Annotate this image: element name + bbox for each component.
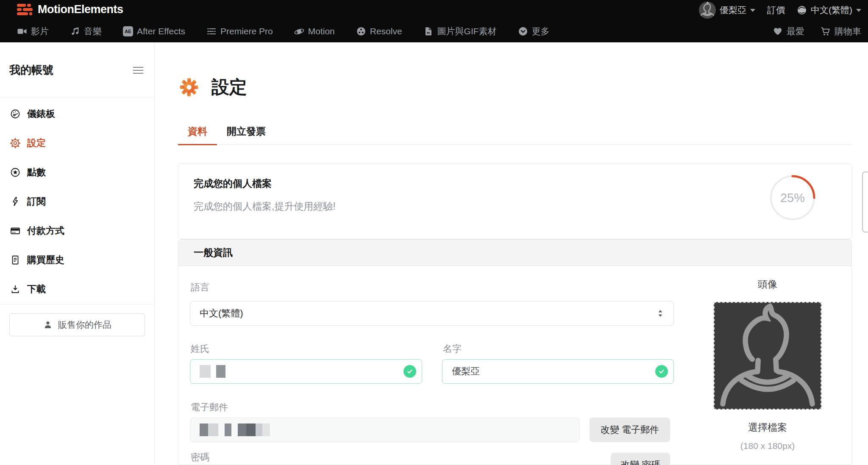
brand-logo[interactable]: MotionElements xyxy=(17,3,123,16)
sidebar-collapse-button[interactable] xyxy=(133,67,143,74)
settings-tabs: 資料 開立發票 xyxy=(178,125,852,145)
user-menu[interactable]: 優梨亞 xyxy=(699,2,755,19)
cart-icon xyxy=(821,26,831,36)
redacted-email xyxy=(190,418,579,442)
top-header: MotionElements 優梨亞 xyxy=(0,0,868,42)
avatar-size-hint: (180 x 180px) xyxy=(714,441,821,451)
profile-completion-subtitle: 完成您的個人檔案,提升使用經驗! xyxy=(194,200,336,213)
sidebar-item-purchase-history[interactable]: 購買歷史 xyxy=(0,245,154,274)
resolve-icon xyxy=(356,26,366,36)
first-name-label: 名字 xyxy=(443,343,462,355)
image-file-icon xyxy=(423,26,434,36)
section-header: 一般資訊 xyxy=(178,240,851,266)
sidebar-item-credits[interactable]: 點數 xyxy=(0,158,154,187)
brand-name: MotionElements xyxy=(38,3,123,16)
settings-gear-icon xyxy=(179,78,199,97)
music-note-icon xyxy=(70,26,80,36)
nav-resolve[interactable]: Resolve xyxy=(356,26,402,36)
user-name: 優梨亞 xyxy=(720,4,746,16)
language-field-label: 語言 xyxy=(191,281,209,294)
nav-premiere-pro[interactable]: Premiere Pro xyxy=(206,26,273,36)
sidebar-item-settings[interactable]: 設定 xyxy=(0,128,154,158)
general-info-card: 一般資訊 語言 中文(繁體) 姓氏 名字 xyxy=(178,239,852,465)
redacted-last-name xyxy=(190,360,422,383)
avatar-label: 頭像 xyxy=(714,278,821,291)
receipt-icon xyxy=(10,255,20,265)
cart-link[interactable]: 購物車 xyxy=(821,25,861,37)
language-label: 中文(繁體) xyxy=(811,4,852,16)
choose-file-button[interactable]: 選擇檔案 xyxy=(714,421,821,434)
email-field xyxy=(190,418,580,442)
nav-more[interactable]: 更多 xyxy=(518,25,550,37)
after-effects-icon: AE xyxy=(123,26,133,36)
nav-video[interactable]: 影片 xyxy=(17,25,49,37)
avatar-upload-box[interactable] xyxy=(714,302,821,410)
language-select[interactable]: 中文(繁體) xyxy=(190,301,674,326)
change-password-button[interactable]: 改變 密碼 xyxy=(611,453,670,465)
vertical-scrollbar-thumb[interactable] xyxy=(862,172,868,233)
favorites-link[interactable]: 最愛 xyxy=(773,25,804,37)
first-name-input[interactable] xyxy=(442,360,673,383)
valid-check-icon xyxy=(403,365,416,378)
account-sidebar: 我的帳號 儀錶板 xyxy=(0,42,155,465)
sidebar-header: 我的帳號 xyxy=(0,42,154,98)
chevron-down-icon xyxy=(750,9,755,12)
email-label: 電子郵件 xyxy=(191,401,228,414)
star-circle-icon xyxy=(10,167,20,177)
nav-music[interactable]: 音樂 xyxy=(70,25,102,37)
avatar-placeholder-silhouette xyxy=(715,303,821,409)
globe-icon xyxy=(797,5,807,15)
sidebar-item-payment-methods[interactable]: 付款方式 xyxy=(0,216,154,245)
person-icon xyxy=(43,320,53,330)
sidebar-title: 我的帳號 xyxy=(9,63,53,78)
valid-check-icon xyxy=(655,365,668,378)
motion-orbit-icon xyxy=(294,26,304,36)
first-name-field[interactable] xyxy=(442,359,674,384)
premiere-pro-icon xyxy=(206,26,217,36)
sidebar-item-downloads[interactable]: 下載 xyxy=(0,274,154,304)
page-title: 設定 xyxy=(211,75,247,99)
password-label: 密碼 xyxy=(191,451,209,464)
sidebar-divider xyxy=(0,304,154,304)
nav-images-gif[interactable]: 圖片與GIF素材 xyxy=(423,25,497,37)
progress-percent-label: 25% xyxy=(769,174,816,221)
change-email-button[interactable]: 改變 電子郵件 xyxy=(590,418,670,442)
profile-completion-card: 完成您的個人檔案 完成您的個人檔案,提升使用經驗! 25% xyxy=(178,163,852,239)
gear-icon xyxy=(10,138,20,148)
chevron-down-icon xyxy=(856,9,861,12)
more-chevron-circle-icon xyxy=(518,26,528,36)
nav-motion[interactable]: Motion xyxy=(294,26,335,36)
video-camera-icon xyxy=(17,26,27,36)
pricing-label: 訂價 xyxy=(767,4,785,16)
download-icon xyxy=(10,284,20,294)
heart-icon xyxy=(773,26,783,36)
select-arrows-icon xyxy=(657,309,664,318)
nav-after-effects[interactable]: AE After Effects xyxy=(123,26,185,36)
sidebar-item-subscription[interactable]: 訂閱 xyxy=(0,187,154,216)
sidebar-item-dashboard[interactable]: 儀錶板 xyxy=(0,99,154,128)
motionelements-logo-icon xyxy=(17,4,33,15)
language-selector[interactable]: 中文(繁體) xyxy=(797,4,861,16)
dashboard-gauge-icon xyxy=(10,109,20,119)
last-name-field[interactable] xyxy=(190,359,422,384)
tab-invoicing[interactable]: 開立發票 xyxy=(217,125,275,144)
credit-card-icon xyxy=(10,226,20,236)
profile-completion-title: 完成您的個人檔案 xyxy=(194,177,272,190)
pricing-link[interactable]: 訂價 xyxy=(767,4,785,16)
tab-profile[interactable]: 資料 xyxy=(178,125,217,145)
profile-progress-ring: 25% xyxy=(769,174,816,221)
lightning-icon xyxy=(10,197,20,207)
sell-your-work-button[interactable]: 販售你的作品 xyxy=(9,313,145,336)
last-name-label: 姓氏 xyxy=(191,343,209,355)
user-avatar xyxy=(699,2,716,19)
language-select-value: 中文(繁體) xyxy=(200,307,243,320)
